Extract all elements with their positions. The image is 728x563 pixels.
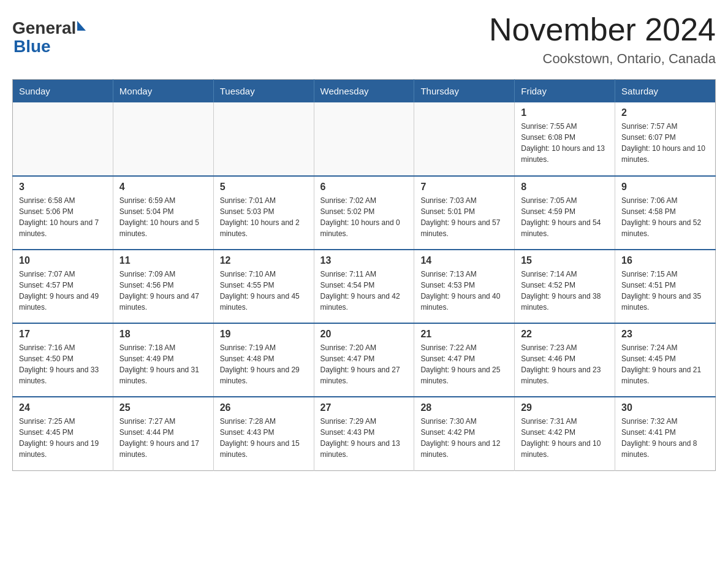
header-friday: Friday xyxy=(515,80,615,103)
day-number: 19 xyxy=(220,329,308,340)
day-info: Sunrise: 7:22 AMSunset: 4:47 PMDaylight:… xyxy=(420,342,508,386)
day-number: 2 xyxy=(621,107,709,118)
day-number: 4 xyxy=(119,182,207,193)
header-wednesday: Wednesday xyxy=(314,80,414,103)
calendar-cell: 28Sunrise: 7:30 AMSunset: 4:42 PMDayligh… xyxy=(414,397,515,470)
day-info: Sunrise: 7:29 AMSunset: 4:43 PMDaylight:… xyxy=(320,416,408,460)
calendar-cell: 6Sunrise: 7:02 AMSunset: 5:02 PMDaylight… xyxy=(314,176,414,250)
calendar-cell: 4Sunrise: 6:59 AMSunset: 5:04 PMDaylight… xyxy=(113,176,213,250)
day-info: Sunrise: 7:09 AMSunset: 4:56 PMDaylight:… xyxy=(119,269,207,313)
day-number: 11 xyxy=(119,255,207,266)
day-number: 6 xyxy=(320,182,408,193)
calendar-cell xyxy=(13,102,113,176)
day-info: Sunrise: 7:13 AMSunset: 4:53 PMDaylight:… xyxy=(420,269,508,313)
day-number: 16 xyxy=(621,255,709,266)
calendar-cell: 8Sunrise: 7:05 AMSunset: 4:59 PMDaylight… xyxy=(515,176,615,250)
calendar-cell: 1Sunrise: 7:55 AMSunset: 6:08 PMDaylight… xyxy=(515,102,615,176)
day-info: Sunrise: 6:59 AMSunset: 5:04 PMDaylight:… xyxy=(119,195,207,239)
day-number: 26 xyxy=(220,402,308,413)
calendar-week-5: 24Sunrise: 7:25 AMSunset: 4:45 PMDayligh… xyxy=(13,397,716,470)
day-info: Sunrise: 7:23 AMSunset: 4:46 PMDaylight:… xyxy=(521,342,609,386)
day-info: Sunrise: 7:19 AMSunset: 4:48 PMDaylight:… xyxy=(220,342,308,386)
calendar-week-1: 1Sunrise: 7:55 AMSunset: 6:08 PMDaylight… xyxy=(13,102,716,176)
calendar-cell: 2Sunrise: 7:57 AMSunset: 6:07 PMDaylight… xyxy=(615,102,716,176)
day-info: Sunrise: 7:30 AMSunset: 4:42 PMDaylight:… xyxy=(420,416,508,460)
day-info: Sunrise: 7:05 AMSunset: 4:59 PMDaylight:… xyxy=(521,195,609,239)
logo-chevron-icon xyxy=(77,21,86,31)
day-info: Sunrise: 7:16 AMSunset: 4:50 PMDaylight:… xyxy=(19,342,107,386)
day-number: 28 xyxy=(420,402,508,413)
day-number: 3 xyxy=(19,182,107,193)
day-number: 1 xyxy=(521,107,609,118)
day-number: 21 xyxy=(420,329,508,340)
header: General Blue November 2024 Cookstown, On… xyxy=(12,12,716,67)
day-info: Sunrise: 7:14 AMSunset: 4:52 PMDaylight:… xyxy=(521,269,609,313)
day-number: 17 xyxy=(19,329,107,340)
day-number: 23 xyxy=(621,329,709,340)
calendar-header-row: SundayMondayTuesdayWednesdayThursdayFrid… xyxy=(13,80,716,103)
month-title: November 2024 xyxy=(489,12,716,47)
day-info: Sunrise: 7:03 AMSunset: 5:01 PMDaylight:… xyxy=(420,195,508,239)
header-sunday: Sunday xyxy=(13,80,113,103)
calendar-cell xyxy=(314,102,414,176)
day-number: 5 xyxy=(220,182,308,193)
day-info: Sunrise: 7:07 AMSunset: 4:57 PMDaylight:… xyxy=(19,269,107,313)
calendar-cell: 20Sunrise: 7:20 AMSunset: 4:47 PMDayligh… xyxy=(314,323,414,397)
day-number: 13 xyxy=(320,255,408,266)
day-number: 30 xyxy=(621,402,709,413)
day-info: Sunrise: 7:32 AMSunset: 4:41 PMDaylight:… xyxy=(621,416,709,460)
day-number: 24 xyxy=(19,402,107,413)
day-info: Sunrise: 7:24 AMSunset: 4:45 PMDaylight:… xyxy=(621,342,709,386)
day-info: Sunrise: 7:11 AMSunset: 4:54 PMDaylight:… xyxy=(320,269,408,313)
calendar-cell: 17Sunrise: 7:16 AMSunset: 4:50 PMDayligh… xyxy=(13,323,113,397)
calendar-cell: 14Sunrise: 7:13 AMSunset: 4:53 PMDayligh… xyxy=(414,250,515,323)
title-area: November 2024 Cookstown, Ontario, Canada xyxy=(489,12,716,67)
day-number: 25 xyxy=(119,402,207,413)
day-info: Sunrise: 7:02 AMSunset: 5:02 PMDaylight:… xyxy=(320,195,408,239)
calendar-cell: 27Sunrise: 7:29 AMSunset: 4:43 PMDayligh… xyxy=(314,397,414,470)
day-info: Sunrise: 7:27 AMSunset: 4:44 PMDaylight:… xyxy=(119,416,207,460)
day-number: 9 xyxy=(621,182,709,193)
calendar-cell: 15Sunrise: 7:14 AMSunset: 4:52 PMDayligh… xyxy=(515,250,615,323)
calendar-cell: 3Sunrise: 6:58 AMSunset: 5:06 PMDaylight… xyxy=(13,176,113,250)
day-info: Sunrise: 7:10 AMSunset: 4:55 PMDaylight:… xyxy=(220,269,308,313)
logo-blue-text: Blue xyxy=(13,37,51,56)
day-number: 8 xyxy=(521,182,609,193)
calendar-cell: 16Sunrise: 7:15 AMSunset: 4:51 PMDayligh… xyxy=(615,250,716,323)
header-tuesday: Tuesday xyxy=(213,80,314,103)
day-number: 18 xyxy=(119,329,207,340)
day-info: Sunrise: 7:01 AMSunset: 5:03 PMDaylight:… xyxy=(220,195,308,239)
calendar-cell: 21Sunrise: 7:22 AMSunset: 4:47 PMDayligh… xyxy=(414,323,515,397)
calendar-cell xyxy=(414,102,515,176)
day-info: Sunrise: 7:20 AMSunset: 4:47 PMDaylight:… xyxy=(320,342,408,386)
calendar-cell: 24Sunrise: 7:25 AMSunset: 4:45 PMDayligh… xyxy=(13,397,113,470)
calendar-cell: 25Sunrise: 7:27 AMSunset: 4:44 PMDayligh… xyxy=(113,397,213,470)
day-info: Sunrise: 7:25 AMSunset: 4:45 PMDaylight:… xyxy=(19,416,107,460)
calendar-cell: 30Sunrise: 7:32 AMSunset: 4:41 PMDayligh… xyxy=(615,397,716,470)
calendar-cell: 22Sunrise: 7:23 AMSunset: 4:46 PMDayligh… xyxy=(515,323,615,397)
calendar-cell: 19Sunrise: 7:19 AMSunset: 4:48 PMDayligh… xyxy=(213,323,314,397)
header-monday: Monday xyxy=(113,80,213,103)
calendar-week-4: 17Sunrise: 7:16 AMSunset: 4:50 PMDayligh… xyxy=(13,323,716,397)
calendar-cell: 18Sunrise: 7:18 AMSunset: 4:49 PMDayligh… xyxy=(113,323,213,397)
day-number: 27 xyxy=(320,402,408,413)
calendar-cell: 10Sunrise: 7:07 AMSunset: 4:57 PMDayligh… xyxy=(13,250,113,323)
calendar-cell: 23Sunrise: 7:24 AMSunset: 4:45 PMDayligh… xyxy=(615,323,716,397)
day-info: Sunrise: 7:31 AMSunset: 4:42 PMDaylight:… xyxy=(521,416,609,460)
day-info: Sunrise: 7:06 AMSunset: 4:58 PMDaylight:… xyxy=(621,195,709,239)
logo: General Blue xyxy=(12,12,86,56)
day-number: 14 xyxy=(420,255,508,266)
day-number: 12 xyxy=(220,255,308,266)
logo-general-text: General xyxy=(12,18,76,38)
day-info: Sunrise: 7:28 AMSunset: 4:43 PMDaylight:… xyxy=(220,416,308,460)
calendar-cell xyxy=(213,102,314,176)
day-info: Sunrise: 7:55 AMSunset: 6:08 PMDaylight:… xyxy=(521,121,609,165)
day-info: Sunrise: 7:57 AMSunset: 6:07 PMDaylight:… xyxy=(621,121,709,165)
day-info: Sunrise: 7:18 AMSunset: 4:49 PMDaylight:… xyxy=(119,342,207,386)
calendar-cell xyxy=(113,102,213,176)
day-info: Sunrise: 7:15 AMSunset: 4:51 PMDaylight:… xyxy=(621,269,709,313)
calendar-cell: 9Sunrise: 7:06 AMSunset: 4:58 PMDaylight… xyxy=(615,176,716,250)
day-number: 22 xyxy=(521,329,609,340)
calendar-cell: 26Sunrise: 7:28 AMSunset: 4:43 PMDayligh… xyxy=(213,397,314,470)
calendar-cell: 11Sunrise: 7:09 AMSunset: 4:56 PMDayligh… xyxy=(113,250,213,323)
